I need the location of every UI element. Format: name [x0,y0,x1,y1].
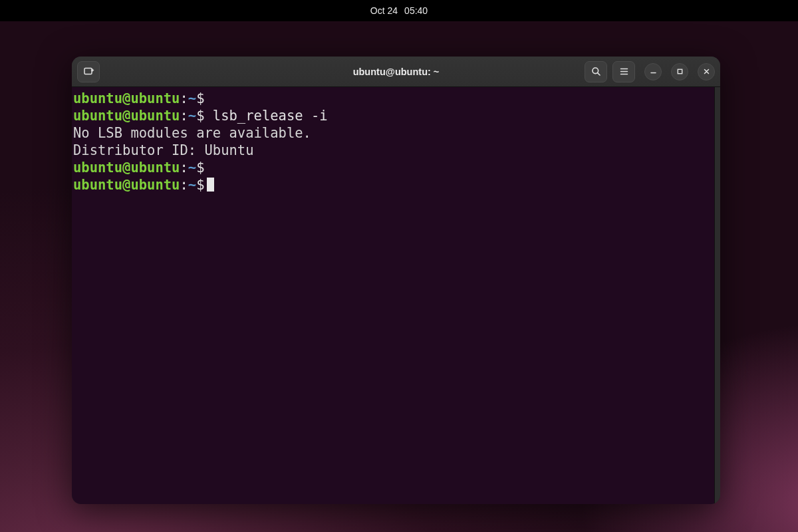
window-titlebar[interactable]: ubuntu@ubuntu: ~ [72,57,720,87]
terminal-line: ubuntu@ubuntu:~$ lsb_release -i [73,107,710,124]
clock[interactable]: Oct 24 05:40 [370,5,428,16]
prompt-colon: : [180,160,188,176]
terminal-line: ubuntu@ubuntu:~$ [73,159,710,176]
svg-rect-2 [678,69,682,73]
output-line: No LSB modules are available. [73,124,710,142]
prompt-userhost: ubuntu@ubuntu [73,108,180,124]
prompt-userhost: ubuntu@ubuntu [73,90,180,106]
prompt-dollar: $ [196,90,204,106]
clock-date: Oct 24 [370,5,398,16]
close-icon [703,68,710,75]
output-line: Distributor ID: Ubuntu [73,142,710,159]
minimize-icon [650,68,657,75]
search-icon [591,66,601,76]
prompt-path: ~ [188,177,196,193]
terminal-content[interactable]: ubuntu@ubuntu:~$ubuntu@ubuntu:~$ lsb_rel… [72,87,714,504]
prompt-colon: : [180,90,188,106]
prompt-path: ~ [188,90,196,106]
scrollbar[interactable] [714,87,720,504]
terminal-line: ubuntu@ubuntu:~$ [73,176,710,194]
new-tab-button[interactable] [77,61,100,82]
minimize-button[interactable] [644,63,662,80]
prompt-path: ~ [188,160,196,176]
maximize-icon [676,68,684,75]
prompt-dollar: $ [196,108,204,124]
command-text: lsb_release -i [204,108,327,124]
prompt-userhost: ubuntu@ubuntu [73,177,180,193]
prompt-userhost: ubuntu@ubuntu [73,160,180,176]
hamburger-icon [619,66,629,76]
new-tab-icon [83,66,94,77]
prompt-colon: : [180,108,188,124]
close-button[interactable] [698,63,715,80]
terminal-window: ubuntu@ubuntu: ~ ubuntu@ubuntu:~$ubuntu@… [72,57,720,504]
prompt-colon: : [180,177,188,193]
gnome-top-bar[interactable]: Oct 24 05:40 [0,0,798,21]
terminal-line: ubuntu@ubuntu:~$ [73,90,710,107]
search-button[interactable] [585,61,607,82]
cursor [207,178,214,192]
clock-time: 05:40 [404,5,428,16]
prompt-dollar: $ [196,177,204,193]
svg-rect-0 [84,68,92,74]
menu-button[interactable] [612,61,635,82]
prompt-path: ~ [188,108,196,124]
maximize-button[interactable] [671,63,688,80]
prompt-dollar: $ [196,160,204,176]
